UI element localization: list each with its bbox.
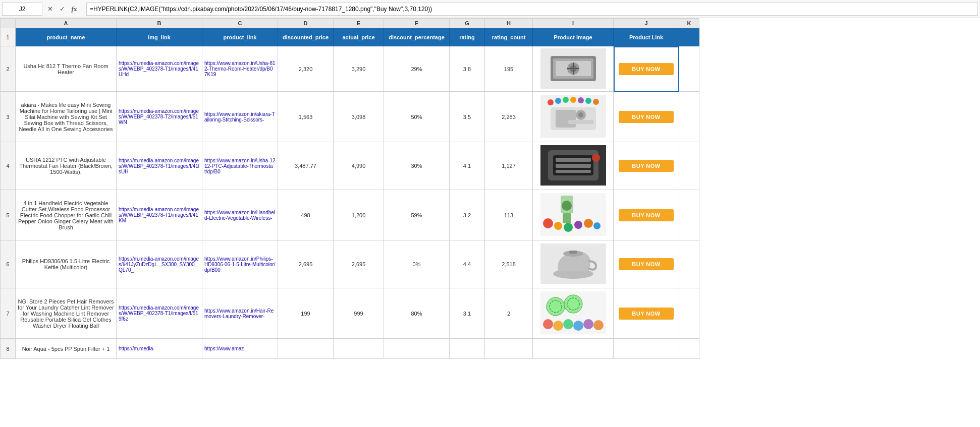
cell-g6[interactable]: 4.4 [450, 240, 485, 288]
cell-b3[interactable]: https://m.media-amazon.com/images/W/WEBP… [117, 92, 202, 142]
cell-h8[interactable] [485, 339, 533, 359]
cell-h6[interactable]: 2,518 [485, 240, 533, 288]
cell-g2[interactable]: 3.8 [450, 46, 485, 92]
header-img-link: img_link [117, 28, 202, 46]
cell-e6[interactable]: 2,695 [334, 240, 384, 288]
cell-g7[interactable]: 3.1 [450, 288, 485, 339]
cell-c6[interactable]: https://www.amazon.in/Philips-HD9306-06-… [202, 240, 278, 288]
cell-d2[interactable]: 2,320 [278, 46, 334, 92]
header-product-link-col: Product Link [614, 28, 679, 46]
cell-c7[interactable]: https://www.amazon.in/Hair-Removers-Laun… [202, 288, 278, 339]
cell-f3[interactable]: 50% [384, 92, 450, 142]
col-header-k[interactable]: K [679, 19, 699, 28]
cell-d7[interactable]: 199 [278, 288, 334, 339]
cell-i4 [533, 142, 614, 190]
cell-a4[interactable]: USHA 1212 PTC with Adjustable Thermostat… [16, 142, 117, 190]
cell-i5 [533, 190, 614, 240]
svg-point-37 [593, 222, 601, 229]
cell-a8[interactable]: Noir Aqua - 5pcs PP Spun Filter + 1 [16, 339, 117, 359]
cell-b2[interactable]: https://m.media-amazon.com/images/W/WEBP… [117, 46, 202, 92]
svg-rect-41 [569, 251, 577, 254]
cell-d4[interactable]: 3,487.77 [278, 142, 334, 190]
cell-a3[interactable]: akiara - Makes life easy Mini Sewing Mac… [16, 92, 117, 142]
cell-b7[interactable]: https://m.media-amazon.com/images/W/WEBP… [117, 288, 202, 339]
cell-e5[interactable]: 1,200 [334, 190, 384, 240]
svg-rect-30 [563, 213, 571, 223]
col-header-f[interactable]: F [384, 19, 450, 28]
cell-j5[interactable]: BUY NOW [614, 190, 679, 240]
buy-now-button-6[interactable]: BUY NOW [619, 258, 674, 270]
formula-divider [83, 4, 83, 14]
cell-k5 [679, 190, 699, 240]
col-header-h[interactable]: H [485, 19, 533, 28]
cell-h2[interactable]: 195 [485, 46, 533, 92]
row-num-7: 7 [1, 288, 16, 339]
cell-a6[interactable]: Philips HD9306/06 1.5-Litre Electric Ket… [16, 240, 117, 288]
col-header-e[interactable]: E [334, 19, 384, 28]
cell-h7[interactable]: 2 [485, 288, 533, 339]
col-header-g[interactable]: G [450, 19, 485, 28]
cell-h3[interactable]: 2,283 [485, 92, 533, 142]
cell-g8[interactable] [450, 339, 485, 359]
cell-reference[interactable]: J2 [2, 3, 42, 16]
cell-e4[interactable]: 4,990 [334, 142, 384, 190]
svg-point-14 [548, 99, 554, 105]
cell-b8[interactable]: https://m.media- [117, 339, 202, 359]
cell-f6[interactable]: 0% [384, 240, 450, 288]
cell-d6[interactable]: 2,695 [278, 240, 334, 288]
col-header-a[interactable]: A [16, 19, 117, 28]
cell-e7[interactable]: 999 [334, 288, 384, 339]
buy-now-button-5[interactable]: BUY NOW [619, 209, 674, 221]
header-rating: rating [450, 28, 485, 46]
buy-now-button-3[interactable]: BUY NOW [619, 111, 674, 123]
cell-e8[interactable] [334, 339, 384, 359]
cell-j3[interactable]: BUY NOW [614, 92, 679, 142]
cell-d8[interactable] [278, 339, 334, 359]
cell-j7[interactable]: BUY NOW [614, 288, 679, 339]
cell-j6[interactable]: BUY NOW [614, 240, 679, 288]
col-header-d[interactable]: D [278, 19, 334, 28]
cell-f2[interactable]: 29% [384, 46, 450, 92]
buy-now-button-7[interactable]: BUY NOW [619, 308, 674, 320]
svg-point-49 [563, 319, 573, 329]
cell-j2[interactable]: BUY NOW [614, 46, 679, 92]
cancel-icon[interactable]: ✕ [44, 4, 56, 15]
cell-a5[interactable]: 4 in 1 Handheld Electric Vegetable Cutte… [16, 190, 117, 240]
cell-g4[interactable]: 4.1 [450, 142, 485, 190]
cell-c2[interactable]: https://www.amazon.in/Usha-812-Thermo-Ro… [202, 46, 278, 92]
cell-g3[interactable]: 3.5 [450, 92, 485, 142]
cell-h5[interactable]: 113 [485, 190, 533, 240]
cell-c8[interactable]: https://www.amaz [202, 339, 278, 359]
cell-c5[interactable]: https://www.amazon.in/Handheld-Electric-… [202, 190, 278, 240]
buy-now-button-4[interactable]: BUY NOW [619, 160, 674, 172]
table-row: 3 akiara - Makes life easy Mini Sewing M… [1, 92, 699, 142]
fx-icon[interactable]: fx [69, 4, 80, 15]
cell-f4[interactable]: 30% [384, 142, 450, 190]
buy-now-button-2[interactable]: BUY NOW [619, 63, 674, 75]
cell-e3[interactable]: 3,098 [334, 92, 384, 142]
cell-d5[interactable]: 498 [278, 190, 334, 240]
cell-b5[interactable]: https://m.media-amazon.com/images/W/WEBP… [117, 190, 202, 240]
cell-a2[interactable]: Usha Hc 812 T Thermo Fan Room Heater [16, 46, 117, 92]
cell-f5[interactable]: 59% [384, 190, 450, 240]
cell-h4[interactable]: 1,127 [485, 142, 533, 190]
cell-b6[interactable]: https://m.media-amazon.com/images/I/41Jy… [117, 240, 202, 288]
cell-g5[interactable]: 3.2 [450, 190, 485, 240]
cell-c4[interactable]: https://www.amazon.in/Usha-1212-PTC-Adju… [202, 142, 278, 190]
cell-e2[interactable]: 3,290 [334, 46, 384, 92]
cell-f7[interactable]: 80% [384, 288, 450, 339]
col-header-i[interactable]: I [533, 19, 614, 28]
cell-d3[interactable]: 1,563 [278, 92, 334, 142]
cell-a7[interactable]: NGI Store 2 Pieces Pet Hair Removers for… [16, 288, 117, 339]
cell-c3[interactable]: https://www.amazon.in/akiara-Tailoring-S… [202, 92, 278, 142]
formula-input[interactable] [86, 3, 978, 16]
col-header-c[interactable]: C [202, 19, 278, 28]
cell-b4[interactable]: https://m.media-amazon.com/images/W/WEBP… [117, 142, 202, 190]
cell-j8[interactable] [614, 339, 679, 359]
confirm-icon[interactable]: ✓ [57, 4, 68, 15]
cell-f8[interactable] [384, 339, 450, 359]
col-header-j[interactable]: J [614, 19, 679, 28]
col-header-b[interactable]: B [117, 19, 202, 28]
cell-j4[interactable]: BUY NOW [614, 142, 679, 190]
svg-rect-25 [556, 164, 591, 168]
